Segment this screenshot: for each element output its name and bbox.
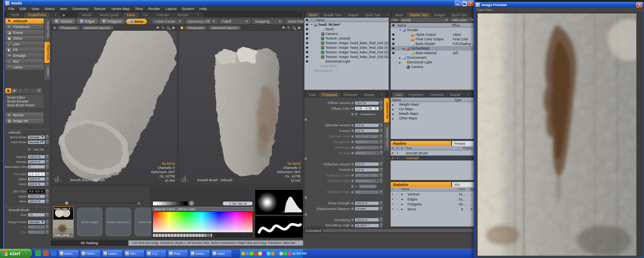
slider-knob[interactable] xyxy=(65,202,68,205)
tray-icon[interactable] xyxy=(288,252,291,255)
add-layer-dropdown[interactable]: Add Layer xyxy=(450,18,475,22)
list-row[interactable]: ▶ Weight Maps xyxy=(391,102,476,107)
visibility-eye-icon[interactable] xyxy=(391,28,396,32)
pipeline-row[interactable]: ✔ • Airbrush xyxy=(391,155,476,160)
viewport-right[interactable]: Perspective Advanced OpenGL ✚ ↻ ▶ xyxy=(178,25,303,185)
visibility-eye-icon[interactable] xyxy=(304,68,310,73)
panel-tab[interactable]: Properties xyxy=(319,92,340,97)
tray-icon[interactable] xyxy=(250,252,253,255)
channel-knob-icon[interactable] xyxy=(351,146,354,149)
quick-launch-icon[interactable] xyxy=(43,250,49,256)
text-brush-icon[interactable]: T xyxy=(36,88,42,93)
channel-knob-icon[interactable] xyxy=(351,224,354,227)
property-field[interactable]: Use Falloff xyxy=(32,147,45,152)
value-spinner[interactable] xyxy=(46,140,49,144)
rotate-icon[interactable]: ↻ xyxy=(162,26,165,30)
maximize-button[interactable] xyxy=(461,1,467,6)
value-spinner[interactable] xyxy=(46,155,49,159)
tool-button[interactable]: ◠Lasso xyxy=(5,64,44,70)
shader-tree-row[interactable]: ▶ Environment xyxy=(391,55,476,60)
property-field[interactable]: 100.0 % xyxy=(355,201,379,205)
toolbar-dropdown[interactable]: Symmetry: Off xyxy=(185,19,218,24)
tool-button[interactable]: ✢Nozzle xyxy=(5,112,44,118)
select-plus-button[interactable]: + xyxy=(391,197,395,202)
taskbar-button[interactable]: Emba... xyxy=(189,250,210,257)
viewport-left[interactable]: Perspective Advanced OpenGL ✚ ↻ ▶ xyxy=(51,25,177,185)
item-tree-row[interactable]: Texture: Image: head_bake_final_02d (6) xyxy=(304,55,389,59)
grayscale-swatches[interactable] xyxy=(153,201,188,206)
list-row[interactable]: ▶ Morph Maps xyxy=(391,111,476,116)
enable-checkmark[interactable]: ✔ xyxy=(391,155,395,160)
property-field[interactable]: 0.0 % xyxy=(355,168,379,172)
expand-arrow-icon[interactable]: ▶ xyxy=(392,108,395,111)
value-spinner[interactable] xyxy=(380,173,383,177)
value-spinner[interactable] xyxy=(46,213,49,217)
viewport-indicator-icon[interactable] xyxy=(53,26,56,29)
expand-arrow-icon[interactable]: ▶ xyxy=(401,208,404,210)
item-tree-row[interactable]: Texture: Image: head_bake_final_02d (3) xyxy=(304,41,389,45)
workspace-tab[interactable]: + xyxy=(194,12,203,18)
channel-knob-icon[interactable] xyxy=(351,191,354,194)
tool-button[interactable]: ○Blur xyxy=(5,59,44,64)
visibility-eye-icon[interactable] xyxy=(304,22,310,27)
visibility-eye-icon[interactable] xyxy=(304,64,310,68)
item-tree-row[interactable]: (new scene) xyxy=(304,68,389,73)
channel-knob-icon[interactable] xyxy=(351,113,354,116)
channel-knob-icon[interactable] xyxy=(351,124,354,127)
menu-item[interactable]: Vertex Map xyxy=(108,7,132,11)
channel-knob-icon[interactable] xyxy=(304,213,307,216)
deselect-minus-button[interactable]: - xyxy=(395,197,400,202)
statistics-row[interactable]: + - ▶Items 8 0 xyxy=(391,207,476,212)
deselect-minus-button[interactable]: - xyxy=(395,192,400,197)
value-spinner[interactable] xyxy=(46,182,49,186)
tray-icon[interactable] xyxy=(271,252,274,255)
visible-bullet[interactable]: • xyxy=(395,155,400,160)
visibility-eye-icon[interactable] xyxy=(391,37,396,41)
property-field[interactable]: 0.0 xyxy=(28,225,45,229)
expand-arrow-icon[interactable]: ▶ xyxy=(401,203,404,205)
menu-item[interactable]: Layout xyxy=(163,7,179,11)
select-plus-button[interactable]: + xyxy=(391,202,395,207)
visibility-eye-icon[interactable] xyxy=(391,64,396,69)
procedural-brush-icon[interactable]: ✦ xyxy=(18,88,23,93)
value-spinner[interactable] xyxy=(46,165,49,169)
pipeline-row[interactable]: ✔ • Smooth Brush xyxy=(391,150,476,155)
expand-arrow-icon[interactable]: ▶ xyxy=(399,56,402,59)
rotate-icon[interactable]: ↻ xyxy=(288,26,291,30)
sidebar-vertical-tab[interactable]: Paint Tools xyxy=(44,42,50,63)
effect-column-header[interactable]: Effect xyxy=(452,23,476,27)
expand-icon[interactable]: ▶ xyxy=(172,26,175,30)
property-field[interactable]: Full Scene xyxy=(355,179,379,183)
value-spinner[interactable] xyxy=(46,135,49,139)
tray-icon[interactable] xyxy=(254,252,258,255)
name-column-header[interactable]: Name xyxy=(396,23,452,27)
property-field[interactable]: 0.0 % xyxy=(355,123,379,127)
channel-knob-icon[interactable] xyxy=(351,185,354,188)
channel-knob-icon[interactable] xyxy=(351,218,354,221)
checkbox[interactable] xyxy=(355,112,358,116)
property-field[interactable]: 100.0 % xyxy=(28,160,45,164)
presets-tab[interactable]: Presets xyxy=(451,141,476,146)
brush-link[interactable]: Save Brush Preset xyxy=(5,103,44,107)
value-spinner[interactable] xyxy=(380,129,383,133)
tray-icon[interactable] xyxy=(267,252,270,255)
value-spinner[interactable] xyxy=(46,225,49,229)
property-field[interactable]: 0 xyxy=(28,165,45,169)
property-field[interactable]: Blurry Reflection xyxy=(359,184,377,189)
name-column-header[interactable]: Name xyxy=(391,98,454,102)
property-field[interactable]: 100.0 % xyxy=(28,177,45,181)
info-tab[interactable]: Info xyxy=(451,182,476,187)
item-tree-row[interactable]: Directional Light xyxy=(304,59,389,64)
thumbnail-size-slider[interactable] xyxy=(54,202,140,205)
channel-knob-icon[interactable] xyxy=(351,141,354,143)
color-gradient[interactable] xyxy=(153,212,253,233)
value-spinner[interactable] xyxy=(380,223,383,228)
preset-brush-icon[interactable]: ✧ xyxy=(30,88,36,93)
taskbar-button[interactable]: 3\EL... xyxy=(124,250,145,257)
load-image-button[interactable]: (load image) xyxy=(77,208,102,236)
tray-icon[interactable] xyxy=(263,252,266,255)
start-button[interactable]: start xyxy=(0,249,32,258)
checkbox[interactable] xyxy=(28,148,31,151)
add-column-icon[interactable]: + xyxy=(310,18,314,22)
auto-cell[interactable] xyxy=(400,150,404,155)
